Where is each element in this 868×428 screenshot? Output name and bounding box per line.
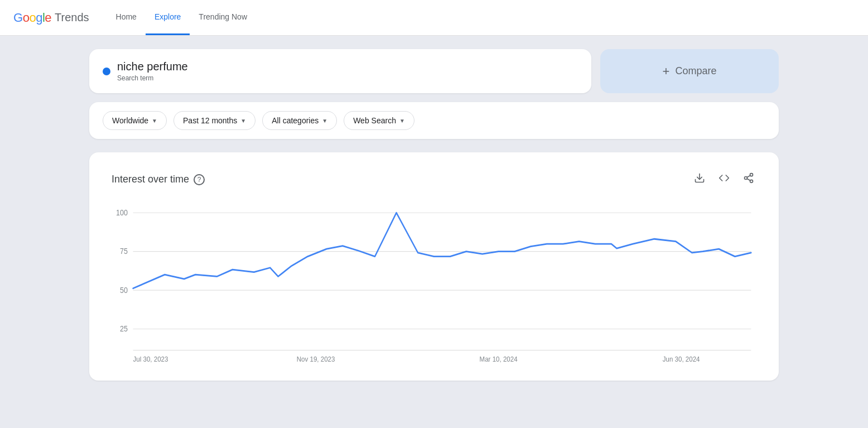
search-text-area: niche perfume Search term [117, 60, 188, 82]
logo-area: Google Trends [13, 11, 89, 25]
filter-search-type[interactable]: Web Search ▼ [344, 111, 414, 130]
svg-text:Jun 30, 2024: Jun 30, 2024 [663, 355, 700, 363]
search-dot [103, 68, 110, 75]
embed-icon [718, 172, 730, 184]
filters-row: Worldwide ▼ Past 12 months ▼ All categor… [89, 102, 779, 139]
chevron-down-icon: ▼ [152, 118, 157, 124]
share-icon [743, 172, 754, 184]
svg-line-5 [747, 175, 750, 177]
google-logo: Google [13, 11, 51, 25]
chart-header: Interest over time ? [112, 170, 756, 189]
svg-line-4 [747, 179, 750, 180]
chart-title-area: Interest over time ? [112, 174, 205, 185]
share-button[interactable] [741, 170, 756, 189]
search-card: niche perfume Search term [89, 49, 591, 93]
chart-title: Interest over time [112, 174, 189, 185]
nav-home[interactable]: Home [107, 0, 146, 35]
svg-text:75: 75 [120, 247, 128, 256]
svg-text:25: 25 [120, 324, 128, 333]
chart-svg: 100 75 50 25 Jul 30, 2023 Nov 19, 2023 M… [112, 206, 756, 363]
filter-time-label: Past 12 months [183, 116, 237, 125]
chart-actions [692, 170, 756, 189]
main-content: niche perfume Search term + Compare Worl… [0, 36, 868, 394]
filter-category-label: All categories [272, 116, 319, 125]
search-term: niche perfume [117, 60, 188, 73]
filter-location[interactable]: Worldwide ▼ [103, 111, 167, 130]
nav-explore[interactable]: Explore [146, 0, 190, 35]
svg-text:50: 50 [120, 286, 128, 295]
help-icon[interactable]: ? [194, 174, 205, 185]
download-icon [694, 172, 705, 184]
chart-card: Interest over time ? [89, 152, 779, 381]
chart-area: 100 75 50 25 Jul 30, 2023 Nov 19, 2023 M… [112, 206, 756, 363]
embed-button[interactable] [716, 170, 732, 189]
compare-card[interactable]: + Compare [600, 49, 779, 93]
svg-text:Mar 10, 2024: Mar 10, 2024 [480, 355, 518, 363]
svg-text:100: 100 [116, 208, 128, 217]
chevron-down-icon: ▼ [322, 118, 327, 124]
svg-text:Jul 30, 2023: Jul 30, 2023 [133, 355, 168, 363]
compare-label: Compare [675, 65, 716, 77]
search-term-type: Search term [117, 74, 188, 82]
main-nav: Home Explore Trending Now [107, 0, 256, 35]
header: Google Trends Home Explore Trending Now [0, 0, 868, 36]
filter-time[interactable]: Past 12 months ▼ [173, 111, 255, 130]
svg-text:Nov 19, 2023: Nov 19, 2023 [297, 355, 335, 363]
search-compare-row: niche perfume Search term + Compare [89, 49, 779, 93]
chevron-down-icon: ▼ [399, 118, 405, 124]
chevron-down-icon: ▼ [240, 118, 246, 124]
nav-trending-now[interactable]: Trending Now [190, 0, 256, 35]
trends-logo: Trends [55, 11, 89, 24]
filter-category[interactable]: All categories ▼ [262, 111, 337, 130]
download-button[interactable] [692, 170, 707, 189]
compare-plus-icon: + [663, 64, 670, 79]
filter-location-label: Worldwide [112, 116, 148, 125]
trend-line [133, 213, 751, 288]
filter-search-type-label: Web Search [353, 116, 396, 125]
